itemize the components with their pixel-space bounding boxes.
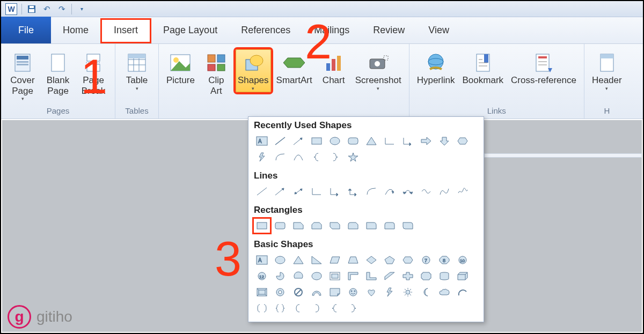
smartart-button[interactable]: SmartArt xyxy=(274,49,314,87)
clip-art-button[interactable]: Clip Art xyxy=(200,49,232,97)
shape-heptagon[interactable]: 7 xyxy=(418,253,434,267)
shape-smiley[interactable] xyxy=(345,285,361,299)
tab-home[interactable]: Home xyxy=(51,18,100,43)
shape-teardrop[interactable] xyxy=(309,269,325,283)
shape-star[interactable] xyxy=(345,150,361,164)
page-break-button[interactable]: Page Break xyxy=(77,49,109,97)
shape-down-arrow[interactable] xyxy=(436,134,452,148)
shape-oval[interactable] xyxy=(272,253,288,267)
shape-right-bracket[interactable] xyxy=(309,301,325,315)
shape-half-frame[interactable] xyxy=(345,269,361,283)
hyperlink-button[interactable]: Hyperlink xyxy=(415,49,457,87)
shape-diamond[interactable] xyxy=(363,253,379,267)
tab-page-layout[interactable]: Page Layout xyxy=(151,18,229,43)
shape-round-same[interactable] xyxy=(382,219,398,233)
undo-icon[interactable]: ↶ xyxy=(41,4,52,14)
shape-cube[interactable] xyxy=(455,269,471,283)
shape-textbox[interactable]: A xyxy=(254,253,270,267)
shape-heart[interactable] xyxy=(363,285,379,299)
tab-mailings[interactable]: Mailings xyxy=(302,18,361,43)
picture-button[interactable]: Picture xyxy=(164,49,197,87)
cross-reference-button[interactable]: Cross-reference xyxy=(509,49,579,87)
shape-l-shape[interactable] xyxy=(363,269,379,283)
shape-elbow[interactable] xyxy=(309,184,325,198)
shape-right-triangle[interactable] xyxy=(309,253,325,267)
shape-elbow-double[interactable] xyxy=(345,184,361,198)
shape-arrow[interactable] xyxy=(272,184,288,198)
screenshot-button[interactable]: Screenshot ▾ xyxy=(353,49,404,92)
shape-decagon[interactable]: 10 xyxy=(455,253,471,267)
shape-pentagon[interactable] xyxy=(382,253,398,267)
shape-left-brace[interactable] xyxy=(309,150,325,164)
shape-triangle[interactable] xyxy=(363,134,379,148)
shape-rounded-rect[interactable] xyxy=(272,219,288,233)
shape-folded-corner[interactable] xyxy=(327,285,343,299)
shape-lightning[interactable] xyxy=(382,285,398,299)
shape-line[interactable] xyxy=(272,134,288,148)
shape-can[interactable] xyxy=(436,269,452,283)
shape-hexagon[interactable] xyxy=(455,134,471,148)
shape-diag-stripe[interactable] xyxy=(382,269,398,283)
shape-sun[interactable] xyxy=(400,285,416,299)
customize-qat-icon[interactable]: ▾ xyxy=(76,4,87,14)
shape-plus[interactable] xyxy=(400,269,416,283)
shape-lightning[interactable] xyxy=(254,150,270,164)
bookmark-button[interactable]: Bookmark xyxy=(460,49,506,87)
shape-pie[interactable] xyxy=(272,269,288,283)
blank-page-button[interactable]: Blank Page xyxy=(42,49,74,97)
shape-curve-tool[interactable] xyxy=(418,184,434,198)
chart-button[interactable]: Chart xyxy=(318,49,350,87)
shape-right-arrow[interactable] xyxy=(418,134,434,148)
shape-elbow[interactable] xyxy=(382,134,398,148)
shape-curved-connector[interactable] xyxy=(363,184,379,198)
shape-donut[interactable] xyxy=(272,285,288,299)
shape-right-brace[interactable] xyxy=(345,301,361,315)
shape-curved-double[interactable] xyxy=(400,184,416,198)
shape-line[interactable] xyxy=(254,184,270,198)
tab-file[interactable]: File xyxy=(1,17,51,43)
shape-double-arrow[interactable] xyxy=(290,184,306,198)
shape-snip-single[interactable] xyxy=(290,219,306,233)
shape-arrow-line[interactable] xyxy=(290,134,306,148)
shapes-button[interactable]: Shapes ▾ xyxy=(236,49,271,92)
tab-insert[interactable]: Insert xyxy=(100,18,151,43)
shape-rectangle[interactable] xyxy=(254,219,270,233)
shape-triangle[interactable] xyxy=(290,253,306,267)
cover-page-button[interactable]: Cover Page ▾ xyxy=(6,49,39,102)
shape-moon[interactable] xyxy=(418,285,434,299)
shape-arc[interactable] xyxy=(455,285,471,299)
header-button[interactable]: Header ▾ xyxy=(590,49,624,92)
shape-right-brace[interactable] xyxy=(327,150,343,164)
shape-octagon[interactable]: 8 xyxy=(436,253,452,267)
shape-textbox[interactable]: A xyxy=(254,134,270,148)
shape-elbow-arrow[interactable] xyxy=(327,184,343,198)
shape-snip-same[interactable] xyxy=(309,219,325,233)
shape-hexagon[interactable] xyxy=(400,253,416,267)
shape-left-bracket[interactable] xyxy=(290,301,306,315)
shape-curved-arrow[interactable] xyxy=(382,184,398,198)
shape-arc[interactable] xyxy=(272,150,288,164)
table-button[interactable]: Table ▾ xyxy=(121,49,153,92)
shape-rounded-rect[interactable] xyxy=(345,134,361,148)
shape-frame[interactable] xyxy=(327,269,343,283)
shape-curve[interactable] xyxy=(290,150,306,164)
tab-references[interactable]: References xyxy=(229,18,302,43)
shape-parallelogram[interactable] xyxy=(327,253,343,267)
shape-snip-diag[interactable] xyxy=(327,219,343,233)
shape-round-diag[interactable] xyxy=(400,219,416,233)
tab-review[interactable]: Review xyxy=(361,18,416,43)
shape-block-arc[interactable] xyxy=(309,285,325,299)
shape-double-brace[interactable] xyxy=(272,301,288,315)
save-icon[interactable] xyxy=(26,4,37,14)
shape-bevel[interactable] xyxy=(254,285,270,299)
shape-left-brace[interactable] xyxy=(327,301,343,315)
shape-rectangle[interactable] xyxy=(309,134,325,148)
shape-cloud[interactable] xyxy=(436,285,452,299)
shape-plaque[interactable] xyxy=(418,269,434,283)
shape-round-single[interactable] xyxy=(363,219,379,233)
tab-view[interactable]: View xyxy=(416,18,461,43)
shape-scribble[interactable] xyxy=(455,184,471,198)
shape-freeform[interactable] xyxy=(436,184,452,198)
redo-icon[interactable]: ↷ xyxy=(56,4,67,14)
shape-double-bracket[interactable] xyxy=(254,301,270,315)
